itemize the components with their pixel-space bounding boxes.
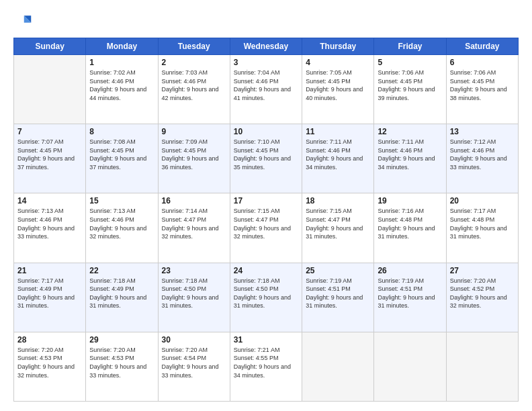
day-info: Sunrise: 7:13 AMSunset: 4:46 PMDaylight:… (17, 207, 82, 240)
day-info: Sunrise: 7:06 AMSunset: 4:45 PMDaylight:… (378, 68, 442, 102)
col-header-sunday: Sunday (14, 38, 86, 55)
day-info: Sunrise: 7:05 AMSunset: 4:45 PMDaylight:… (306, 68, 370, 102)
logo-icon (13, 12, 32, 31)
table-row: 7Sunrise: 7:07 AMSunset: 4:45 PMDaylight… (14, 124, 86, 193)
table-row: 14Sunrise: 7:13 AMSunset: 4:46 PMDayligh… (14, 193, 86, 263)
day-number: 15 (89, 196, 154, 205)
day-info: Sunrise: 7:16 AMSunset: 4:48 PMDaylight:… (378, 207, 442, 240)
day-number: 10 (234, 127, 298, 136)
logo (13, 12, 35, 31)
day-number: 19 (378, 196, 442, 205)
day-info: Sunrise: 7:19 AMSunset: 4:51 PMDaylight:… (306, 277, 370, 310)
col-header-thursday: Thursday (302, 38, 374, 55)
col-header-friday: Friday (374, 38, 446, 55)
day-info: Sunrise: 7:12 AMSunset: 4:46 PMDaylight:… (450, 138, 515, 171)
table-row: 27Sunrise: 7:20 AMSunset: 4:52 PMDayligh… (446, 263, 518, 332)
day-info: Sunrise: 7:14 AMSunset: 4:47 PMDaylight:… (162, 207, 226, 240)
day-number: 12 (378, 127, 442, 136)
day-number: 1 (89, 58, 154, 67)
table-row: 26Sunrise: 7:19 AMSunset: 4:51 PMDayligh… (374, 263, 446, 332)
day-info: Sunrise: 7:15 AMSunset: 4:47 PMDaylight:… (306, 207, 370, 240)
col-header-wednesday: Wednesday (230, 38, 302, 55)
day-info: Sunrise: 7:11 AMSunset: 4:46 PMDaylight:… (378, 138, 442, 171)
table-row: 10Sunrise: 7:10 AMSunset: 4:45 PMDayligh… (230, 124, 302, 193)
day-number: 29 (89, 335, 154, 345)
table-row: 15Sunrise: 7:13 AMSunset: 4:46 PMDayligh… (86, 193, 158, 263)
table-row: 30Sunrise: 7:20 AMSunset: 4:54 PMDayligh… (158, 332, 230, 401)
table-row: 17Sunrise: 7:15 AMSunset: 4:47 PMDayligh… (230, 193, 302, 263)
day-number: 21 (17, 266, 82, 275)
calendar-table: SundayMondayTuesdayWednesdayThursdayFrid… (13, 38, 519, 402)
table-row: 22Sunrise: 7:18 AMSunset: 4:49 PMDayligh… (86, 263, 158, 332)
day-info: Sunrise: 7:17 AMSunset: 4:49 PMDaylight:… (17, 277, 82, 310)
table-row: 21Sunrise: 7:17 AMSunset: 4:49 PMDayligh… (14, 263, 86, 332)
day-info: Sunrise: 7:15 AMSunset: 4:47 PMDaylight:… (234, 207, 298, 240)
table-row: 11Sunrise: 7:11 AMSunset: 4:46 PMDayligh… (302, 124, 374, 193)
col-header-monday: Monday (86, 38, 158, 55)
table-row: 18Sunrise: 7:15 AMSunset: 4:47 PMDayligh… (302, 193, 374, 263)
table-row (446, 332, 518, 401)
page: SundayMondayTuesdayWednesdayThursdayFrid… (0, 0, 532, 411)
day-info: Sunrise: 7:08 AMSunset: 4:45 PMDaylight:… (89, 138, 154, 171)
day-number: 30 (162, 335, 226, 345)
table-row: 9Sunrise: 7:09 AMSunset: 4:45 PMDaylight… (158, 124, 230, 193)
day-info: Sunrise: 7:17 AMSunset: 4:48 PMDaylight:… (450, 207, 515, 240)
table-row: 19Sunrise: 7:16 AMSunset: 4:48 PMDayligh… (374, 193, 446, 263)
col-header-saturday: Saturday (446, 38, 518, 55)
table-row: 4Sunrise: 7:05 AMSunset: 4:45 PMDaylight… (302, 55, 374, 124)
day-info: Sunrise: 7:11 AMSunset: 4:46 PMDaylight:… (306, 138, 370, 171)
header (13, 12, 519, 31)
table-row: 31Sunrise: 7:21 AMSunset: 4:55 PMDayligh… (230, 332, 302, 401)
day-number: 17 (234, 196, 298, 205)
table-row: 12Sunrise: 7:11 AMSunset: 4:46 PMDayligh… (374, 124, 446, 193)
table-row: 25Sunrise: 7:19 AMSunset: 4:51 PMDayligh… (302, 263, 374, 332)
day-info: Sunrise: 7:20 AMSunset: 4:52 PMDaylight:… (450, 277, 515, 310)
day-number: 25 (306, 266, 370, 275)
day-number: 28 (17, 335, 82, 345)
table-row: 5Sunrise: 7:06 AMSunset: 4:45 PMDaylight… (374, 55, 446, 124)
day-number: 27 (450, 266, 515, 275)
day-number: 3 (234, 58, 298, 67)
day-number: 26 (378, 266, 442, 275)
day-number: 7 (17, 127, 82, 136)
day-number: 24 (234, 266, 298, 275)
table-row: 8Sunrise: 7:08 AMSunset: 4:45 PMDaylight… (86, 124, 158, 193)
day-info: Sunrise: 7:06 AMSunset: 4:45 PMDaylight:… (450, 68, 515, 102)
day-info: Sunrise: 7:18 AMSunset: 4:50 PMDaylight:… (162, 277, 226, 310)
col-header-tuesday: Tuesday (158, 38, 230, 55)
day-info: Sunrise: 7:18 AMSunset: 4:50 PMDaylight:… (234, 277, 298, 310)
day-info: Sunrise: 7:20 AMSunset: 4:53 PMDaylight:… (17, 346, 82, 379)
table-row (374, 332, 446, 401)
table-row: 16Sunrise: 7:14 AMSunset: 4:47 PMDayligh… (158, 193, 230, 263)
table-row: 13Sunrise: 7:12 AMSunset: 4:46 PMDayligh… (446, 124, 518, 193)
day-number: 22 (89, 266, 154, 275)
table-row: 28Sunrise: 7:20 AMSunset: 4:53 PMDayligh… (14, 332, 86, 401)
day-number: 31 (234, 335, 298, 345)
table-row: 3Sunrise: 7:04 AMSunset: 4:46 PMDaylight… (230, 55, 302, 124)
day-info: Sunrise: 7:02 AMSunset: 4:46 PMDaylight:… (89, 68, 154, 102)
day-info: Sunrise: 7:07 AMSunset: 4:45 PMDaylight:… (17, 138, 82, 171)
day-number: 11 (306, 127, 370, 136)
table-row (302, 332, 374, 401)
day-info: Sunrise: 7:20 AMSunset: 4:54 PMDaylight:… (162, 346, 226, 379)
table-row: 2Sunrise: 7:03 AMSunset: 4:46 PMDaylight… (158, 55, 230, 124)
table-row: 20Sunrise: 7:17 AMSunset: 4:48 PMDayligh… (446, 193, 518, 263)
day-number: 5 (378, 58, 442, 67)
day-number: 14 (17, 196, 82, 205)
table-row: 6Sunrise: 7:06 AMSunset: 4:45 PMDaylight… (446, 55, 518, 124)
table-row (14, 55, 86, 124)
table-row: 23Sunrise: 7:18 AMSunset: 4:50 PMDayligh… (158, 263, 230, 332)
day-number: 13 (450, 127, 515, 136)
day-number: 16 (162, 196, 226, 205)
day-info: Sunrise: 7:09 AMSunset: 4:45 PMDaylight:… (162, 138, 226, 171)
table-row: 24Sunrise: 7:18 AMSunset: 4:50 PMDayligh… (230, 263, 302, 332)
day-info: Sunrise: 7:20 AMSunset: 4:53 PMDaylight:… (89, 346, 154, 379)
day-info: Sunrise: 7:10 AMSunset: 4:45 PMDaylight:… (234, 138, 298, 171)
day-number: 4 (306, 58, 370, 67)
day-number: 23 (162, 266, 226, 275)
day-number: 20 (450, 196, 515, 205)
day-number: 8 (89, 127, 154, 136)
day-info: Sunrise: 7:18 AMSunset: 4:49 PMDaylight:… (89, 277, 154, 310)
day-info: Sunrise: 7:03 AMSunset: 4:46 PMDaylight:… (162, 68, 226, 102)
day-info: Sunrise: 7:13 AMSunset: 4:46 PMDaylight:… (89, 207, 154, 240)
